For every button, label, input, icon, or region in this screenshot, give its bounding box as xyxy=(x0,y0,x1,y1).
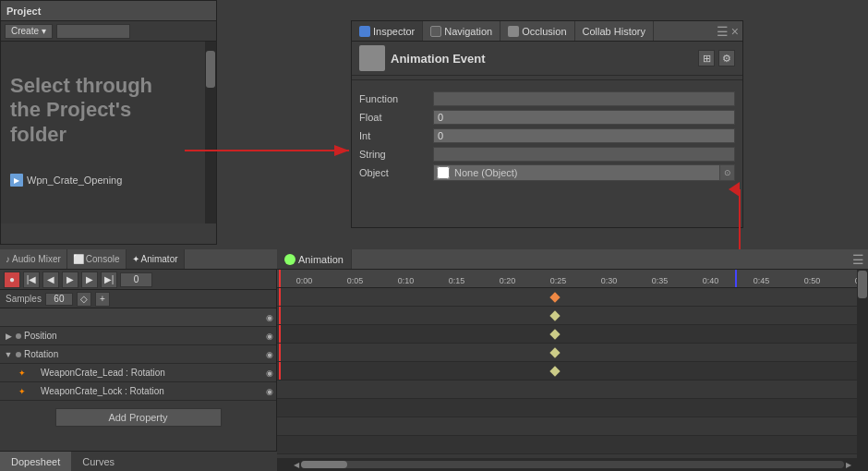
timeline-rot-row[interactable] xyxy=(277,325,868,344)
tab-inspector[interactable]: Inspector xyxy=(352,21,423,41)
tab-animator[interactable]: ✦ Animator xyxy=(127,249,185,269)
tab-close-icon[interactable]: × xyxy=(731,24,739,39)
timeline-header: 0:00 0:05 0:10 0:15 0:20 0:25 0:30 0:35 … xyxy=(277,270,868,288)
bottom-tabs-left: ♪ Audio Mixer ⬜ Console ✦ Animator xyxy=(0,249,277,270)
marker-6: 0:30 xyxy=(584,276,634,285)
track-weapon-lock-row: ✦ WeaponCrate_Lock : Rotation ◉ xyxy=(0,382,276,401)
scroll-track[interactable] xyxy=(301,461,844,468)
pos-expand[interactable]: ▶ xyxy=(4,332,13,341)
timeline-lock-row[interactable] xyxy=(277,362,868,380)
marker-2: 0:10 xyxy=(380,276,431,285)
window-menu-icon[interactable]: ☰ xyxy=(849,252,868,267)
console-label: Console xyxy=(86,254,120,264)
create-button[interactable]: Create ▾ xyxy=(5,24,53,39)
track-weapon-lead-row: ✦ WeaponCrate_Lead : Rotation ◉ xyxy=(0,364,276,382)
timeline-event-row[interactable] xyxy=(277,288,868,307)
timeline-empty-4 xyxy=(277,436,868,454)
weapon-lead-curve[interactable]: ◉ xyxy=(263,367,276,380)
anim-tracks: ◉ ▶ Position ◉ ▼ Rotation ◉ ✦ WeaponCrat… xyxy=(0,308,276,401)
project-scrollbar[interactable] xyxy=(205,42,216,223)
play-btn[interactable]: ▶ xyxy=(62,272,78,288)
anim-event-title: Animation Event xyxy=(391,52,693,66)
anim-left: ● |◀ ◀ ▶ ▶ ▶| Samples ◇ + ◉ ▶ Position ◉… xyxy=(0,270,277,471)
field-object-row: Object None (Object) ⊙ xyxy=(352,163,742,182)
field-string-input[interactable] xyxy=(433,147,735,162)
search-input[interactable] xyxy=(56,24,130,39)
project-content: Select throughthe Project'sfolder ▶ Wpn_… xyxy=(1,42,216,223)
red-line-rot xyxy=(279,325,281,343)
diamond-rot-1[interactable] xyxy=(549,329,560,339)
dopesheet-tab[interactable]: Dopesheet xyxy=(0,452,71,471)
field-float-input[interactable] xyxy=(433,110,735,125)
rot-label: Rotation xyxy=(24,349,263,359)
project-header: Project xyxy=(1,1,216,21)
timeline-tracks[interactable] xyxy=(277,288,868,454)
timeline-vscroll[interactable] xyxy=(857,270,868,458)
go-start-btn[interactable]: |◀ xyxy=(23,272,40,288)
tab-controls: ☰ × xyxy=(717,24,742,39)
pos-curve-icon[interactable]: ◉ xyxy=(263,330,276,343)
record-btn[interactable]: ● xyxy=(4,272,20,288)
tab-console[interactable]: ⬜ Console xyxy=(67,249,127,269)
project-item[interactable]: ▶ Wpn_Crate_Opening xyxy=(10,174,122,187)
time-input[interactable] xyxy=(120,272,152,287)
go-end-btn[interactable]: ▶| xyxy=(101,272,117,288)
timeline-pos-row[interactable] xyxy=(277,307,868,325)
object-checkbox[interactable] xyxy=(437,166,450,179)
curves-tab[interactable]: Curves xyxy=(71,452,126,471)
marker-8: 0:40 xyxy=(685,276,736,285)
field-function-input[interactable] xyxy=(433,91,735,106)
scroll-left-arrow[interactable]: ◀ xyxy=(292,461,301,469)
navigation-tab-label: Navigation xyxy=(444,26,492,37)
playhead-blue xyxy=(735,270,737,287)
tab-navigation[interactable]: Navigation xyxy=(423,21,500,41)
samples-diamond-btn[interactable]: ◇ xyxy=(77,292,91,307)
diamond-lead-1[interactable] xyxy=(549,347,560,357)
occlusion-tab-icon xyxy=(508,26,519,37)
event-track-row: ◉ xyxy=(0,308,276,327)
marker-5: 0:25 xyxy=(533,276,584,285)
timeline-lead-row[interactable] xyxy=(277,344,868,362)
prev-frame-btn[interactable]: ◀ xyxy=(42,272,59,288)
diamond-pos-1[interactable] xyxy=(549,310,560,320)
audio-mixer-label: Audio Mixer xyxy=(12,254,61,264)
samples-input[interactable] xyxy=(45,293,73,306)
settings-btn[interactable]: ⚙ xyxy=(718,50,735,66)
project-panel: Project Create ▾ Select throughthe Proje… xyxy=(0,0,217,245)
tab-occlusion[interactable]: Occlusion xyxy=(500,21,574,41)
animator-label: Animator xyxy=(141,254,178,264)
up-arrow xyxy=(730,185,749,254)
diamond-lock-1[interactable] xyxy=(549,366,560,376)
tab-animation[interactable]: Animation xyxy=(277,249,352,269)
scroll-right-arrow[interactable]: ▶ xyxy=(844,461,853,469)
bottom-mode-tabs: Dopesheet Curves xyxy=(0,451,277,471)
diamond-event-1[interactable] xyxy=(549,292,560,302)
add-property-button[interactable]: Add Property xyxy=(55,408,222,427)
anim-right: 0:00 0:05 0:10 0:15 0:20 0:25 0:30 0:35 … xyxy=(277,270,868,471)
samples-add-btn[interactable]: + xyxy=(95,292,110,307)
object-pick-btn[interactable]: ⊙ xyxy=(719,165,734,180)
timeline-scrollbar[interactable]: ◀ ▶ xyxy=(277,458,868,471)
tab-audio-mixer[interactable]: ♪ Audio Mixer xyxy=(0,249,67,269)
field-float-label: Float xyxy=(359,112,433,123)
inspector-tabs: Inspector Navigation Occlusion Collab Hi… xyxy=(352,21,742,42)
tab-collab[interactable]: Collab History xyxy=(575,21,654,41)
inspect-btn[interactable]: ⊞ xyxy=(698,50,715,66)
field-function-label: Function xyxy=(359,93,433,104)
rot-curve-icon[interactable]: ◉ xyxy=(263,348,276,361)
samples-row: Samples ◇ + xyxy=(0,290,276,308)
field-int-input[interactable] xyxy=(433,128,735,143)
tab-menu-icon[interactable]: ☰ xyxy=(717,24,729,39)
scrollbar-thumb xyxy=(206,51,215,88)
scroll-thumb xyxy=(301,461,347,468)
red-line-lock xyxy=(279,362,281,380)
subheader-buttons: ⊞ ⚙ xyxy=(698,50,735,66)
marker-7: 0:35 xyxy=(634,276,685,285)
object-field[interactable]: None (Object) ⊙ xyxy=(433,164,735,181)
weapon-lock-curve[interactable]: ◉ xyxy=(263,385,276,398)
animation-icon xyxy=(359,45,385,71)
event-curve-icon[interactable]: ◉ xyxy=(263,311,276,324)
time-markers: 0:00 0:05 0:10 0:15 0:20 0:25 0:30 0:35 … xyxy=(277,270,868,287)
rot-expand[interactable]: ▼ xyxy=(4,350,13,359)
next-frame-btn[interactable]: ▶ xyxy=(81,272,98,288)
